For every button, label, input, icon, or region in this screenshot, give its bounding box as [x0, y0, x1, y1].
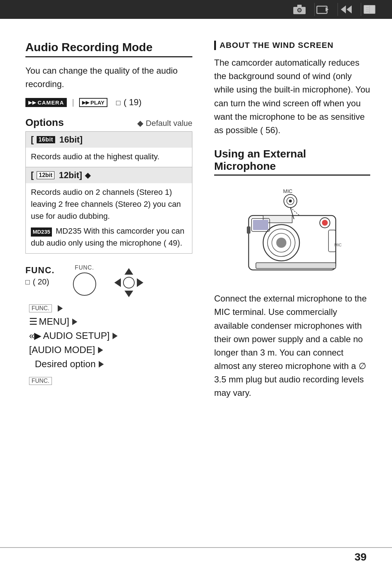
- book-icon-2: □: [25, 278, 30, 286]
- svg-rect-26: [328, 230, 336, 252]
- intro-text: You can change the quality of the audio …: [25, 64, 192, 91]
- menu-label: MENU]: [39, 316, 69, 327]
- option-12bit-body: Records audio on 2 channels (Stereo 1) l…: [26, 183, 192, 253]
- 16bit-badge: 16bit: [37, 136, 55, 143]
- func-steps: FUNC. ☰ MENU] «▶ AUDIO SETUP] [AUDIO MOD…: [29, 304, 192, 385]
- func-small-label: FUNC.: [73, 264, 96, 271]
- func-section: FUNC. □ ( 20) FUNC.: [25, 264, 192, 385]
- right-column: ABOUT THE WIND SCREEN The camcorder auto…: [214, 41, 370, 406]
- func-step-desired: Desired option: [29, 358, 192, 370]
- arrow-menu: [72, 319, 77, 325]
- book-icon: □: [116, 99, 121, 107]
- svg-text:MIC: MIC: [334, 243, 342, 247]
- func-left-group: FUNC. □ ( 20): [25, 264, 55, 287]
- wind-screen-section: ABOUT THE WIND SCREEN The camcorder auto…: [214, 41, 370, 137]
- external-mic-title: Using an External Microphone: [214, 148, 370, 176]
- arrow-audio-mode: [98, 347, 103, 353]
- svg-rect-1: [297, 5, 302, 7]
- svg-marker-7: [347, 5, 352, 13]
- camera-badge: ▶▶ CAMERA: [25, 98, 67, 107]
- svg-point-25: [322, 220, 328, 226]
- options-table: [ 16bit 16bit] Records audio at the high…: [25, 131, 192, 254]
- arrow-desired: [99, 361, 104, 368]
- default-diamond: ◆: [85, 171, 90, 180]
- desired-option-label: Desired option: [35, 358, 96, 370]
- func-dpad[interactable]: [114, 268, 143, 297]
- play-badge-icon: ▶▶: [82, 100, 89, 105]
- func-circle-group: FUNC.: [73, 264, 96, 296]
- dpad-left[interactable]: [114, 278, 121, 287]
- wind-screen-body: The camcorder automatically reduces the …: [214, 56, 370, 137]
- option-12bit-bracket-open: [: [31, 170, 34, 180]
- func-badge-end: FUNC.: [29, 377, 52, 385]
- option-12bit-row: [ 12bit 12bit] ◆ Records audio on 2 chan…: [26, 167, 192, 253]
- options-label: Options: [25, 117, 64, 128]
- arrow-audio-setup: [113, 333, 118, 339]
- section-title-audio: Audio Recording Mode: [25, 41, 192, 57]
- manual-icon: [361, 3, 377, 16]
- func-step-0: FUNC.: [29, 304, 192, 312]
- camcorder-illustration: MIC: [227, 183, 358, 284]
- audio-setup-label: AUDIO SETUP]: [43, 330, 109, 341]
- option-12bit-body2: MD235 MD235 With this camcorder you can …: [31, 225, 187, 249]
- bottom-bar: 39: [0, 547, 392, 566]
- arrow-0: [58, 305, 63, 312]
- func-page-ref: □ ( 20): [25, 277, 49, 286]
- play-badge: ▶▶ PLAY: [79, 98, 107, 107]
- option-16bit-bracket-open: [: [31, 135, 34, 145]
- badge-row: ▶▶ CAMERA | ▶▶ PLAY □ ( 19): [25, 97, 192, 107]
- dpad-up[interactable]: [124, 268, 133, 275]
- option-16bit-header: [ 16bit 16bit]: [26, 132, 192, 148]
- func-badge-start: FUNC.: [29, 304, 52, 312]
- func-step-audio-setup: «▶ AUDIO SETUP]: [29, 330, 192, 341]
- svg-rect-4: [317, 6, 327, 13]
- play-icon: [314, 3, 331, 16]
- svg-rect-31: [256, 263, 336, 268]
- func-label-bold: FUNC.: [25, 265, 55, 275]
- option-12bit-header: [ 12bit 12bit] ◆: [26, 167, 192, 183]
- camera-badge-icon: ▶▶: [28, 100, 36, 105]
- header-icons: [291, 3, 377, 16]
- func-step-audio-mode: [AUDIO MODE]: [29, 344, 192, 356]
- dpad-down[interactable]: [124, 291, 133, 297]
- dpad-right[interactable]: [137, 278, 143, 287]
- setup-icon: [338, 3, 354, 16]
- option-12bit-body1: Records audio on 2 channels (Stereo 1) l…: [31, 186, 187, 222]
- external-mic-section: Using an External Microphone MIC: [214, 148, 370, 400]
- svg-point-16: [289, 200, 292, 202]
- default-label: ◆ Default value: [137, 119, 192, 128]
- page-ref-19: □ ( 19): [116, 97, 142, 107]
- pipe-divider: |: [72, 98, 74, 107]
- options-header: Options ◆ Default value: [25, 117, 192, 128]
- svg-text:MIC: MIC: [283, 188, 293, 194]
- svg-point-3: [298, 9, 301, 12]
- 12bit-badge: 12bit: [37, 171, 54, 179]
- camera-icon: [291, 3, 308, 16]
- func-step-menu: ☰ MENU]: [29, 316, 192, 327]
- bottom-divider: [0, 547, 392, 548]
- option-16bit-body: Records audio at the highest quality.: [26, 148, 192, 167]
- main-content: Audio Recording Mode You can change the …: [0, 19, 392, 428]
- option-16bit-row: [ 16bit 16bit] Records audio at the high…: [26, 132, 192, 167]
- left-column: Audio Recording Mode You can change the …: [25, 41, 192, 406]
- func-circle-button[interactable]: [73, 272, 96, 296]
- page-number: 39: [355, 551, 367, 563]
- external-mic-body: Connect the external microphone to the M…: [214, 292, 370, 400]
- svg-marker-6: [341, 5, 346, 13]
- audio-mode-label: [AUDIO MODE]: [29, 344, 95, 356]
- top-bar: [0, 0, 392, 19]
- option-16bit-label: 16bit]: [60, 135, 83, 145]
- func-controls: FUNC. □ ( 20) FUNC.: [25, 264, 192, 297]
- audio-setup-icon: «▶: [29, 330, 41, 341]
- func-badge-end-wrap: FUNC.: [29, 374, 192, 385]
- svg-rect-29: [253, 220, 268, 230]
- menu-icon-step: ☰: [29, 316, 37, 327]
- dpad-center[interactable]: [123, 277, 135, 288]
- svg-point-22: [276, 238, 286, 248]
- option-12bit-label: 12bit]: [59, 170, 82, 180]
- md235-badge: MD235: [31, 227, 52, 237]
- wind-screen-title: ABOUT THE WIND SCREEN: [214, 41, 370, 50]
- svg-rect-30: [247, 226, 250, 234]
